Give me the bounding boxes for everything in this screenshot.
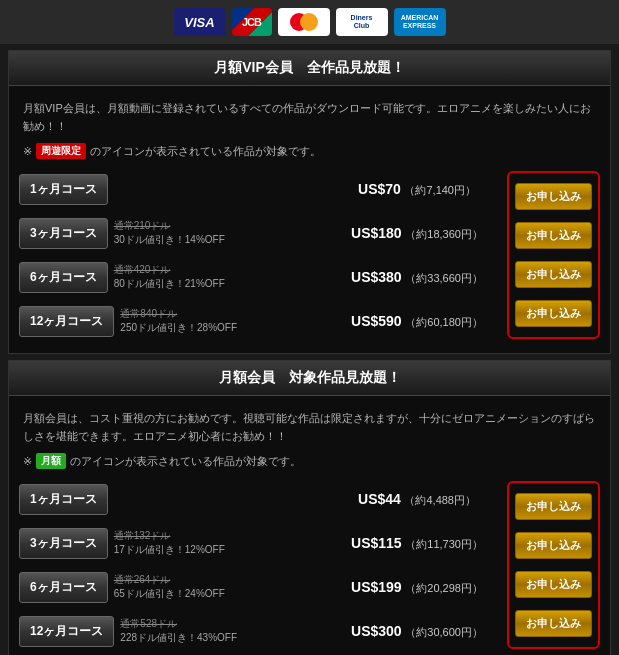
jcb-logo: JCB: [232, 8, 272, 36]
monthly-apply-button-3m[interactable]: お申し込み: [515, 532, 592, 559]
vip-apply-button-6m[interactable]: お申し込み: [515, 261, 592, 288]
vip-plan-discount-3m: 通常210ドル 30ドル値引き！14%OFF: [114, 219, 331, 247]
mastercard-logo: [278, 8, 330, 36]
vip-plan-row-12m: 12ヶ月コース 通常840ドル 250ドル値引き！28%OFF US$590 （…: [19, 303, 497, 339]
vip-plans-container: 1ヶ月コース US$70 （約7,140円） 3ヶ月コース 通常210ドル 30…: [9, 167, 610, 343]
monthly-plan-label-1m: 1ヶ月コース: [19, 484, 108, 515]
vip-plan-price-3m: US$180 （約18,360円）: [337, 225, 497, 242]
monthly-badge: 月額: [36, 453, 66, 469]
vip-apply-button-12m[interactable]: お申し込み: [515, 300, 592, 327]
vip-plan-label-12m: 12ヶ月コース: [19, 306, 114, 337]
monthly-apply-button-6m[interactable]: お申し込み: [515, 571, 592, 598]
monthly-plans-list: 1ヶ月コース US$44 （約4,488円） 3ヶ月コース 通常132ドル 17…: [19, 481, 497, 649]
vip-plan-label-1m: 1ヶ月コース: [19, 174, 108, 205]
monthly-plan-discount-12m: 通常528ドル 228ドル値引き！43%OFF: [120, 617, 331, 645]
vip-plan-label-3m: 3ヶ月コース: [19, 218, 108, 249]
visa-logo: VISA: [174, 8, 226, 36]
vip-apply-buttons-group: お申し込み お申し込み お申し込み お申し込み: [507, 171, 600, 339]
vip-plan-price-6m: US$380 （約33,660円）: [337, 269, 497, 286]
monthly-plan-label-3m: 3ヶ月コース: [19, 528, 108, 559]
monthly-badge-note: ※ 月額 のアイコンが表示されている作品が対象です。: [9, 451, 610, 477]
monthly-plan-row-6m: 6ヶ月コース 通常264ドル 65ドル値引き！24%OFF US$199 （約2…: [19, 569, 497, 605]
monthly-plan-label-12m: 12ヶ月コース: [19, 616, 114, 647]
vip-plan-discount-6m: 通常420ドル 80ドル値引き！21%OFF: [114, 263, 331, 291]
monthly-section: 月額会員 対象作品見放題！ 月額会員は、コスト重視の方にお勧めです。視聴可能な作…: [8, 360, 611, 655]
vip-plan-price-12m: US$590 （約60,180円）: [337, 313, 497, 330]
monthly-apply-buttons-group: お申し込み お申し込み お申し込み お申し込み: [507, 481, 600, 649]
vip-plan-label-6m: 6ヶ月コース: [19, 262, 108, 293]
monthly-plan-discount-3m: 通常132ドル 17ドル値引き！12%OFF: [114, 529, 331, 557]
payment-logos-bar: VISA JCB DinersClub AMERICANEXPRESS: [0, 0, 619, 44]
monthly-plan-price-3m: US$115 （約11,730円）: [337, 535, 497, 552]
monthly-plan-row-3m: 3ヶ月コース 通常132ドル 17ドル値引き！12%OFF US$115 （約1…: [19, 525, 497, 561]
vip-section: 月額VIP会員 全作品見放題！ 月額VIP会員は、月額動画に登録されているすべて…: [8, 50, 611, 354]
monthly-plan-discount-6m: 通常264ドル 65ドル値引き！24%OFF: [114, 573, 331, 601]
monthly-apply-button-12m[interactable]: お申し込み: [515, 610, 592, 637]
vip-apply-button-3m[interactable]: お申し込み: [515, 222, 592, 249]
vip-plan-price-1m: US$70 （約7,140円）: [337, 181, 497, 198]
diners-logo: DinersClub: [336, 8, 388, 36]
vip-plan-row-3m: 3ヶ月コース 通常210ドル 30ドル値引き！14%OFF US$180 （約1…: [19, 215, 497, 251]
monthly-plan-price-6m: US$199 （約20,298円）: [337, 579, 497, 596]
monthly-plan-price-12m: US$300 （約30,600円）: [337, 623, 497, 640]
monthly-plan-row-12m: 12ヶ月コース 通常528ドル 228ドル値引き！43%OFF US$300 （…: [19, 613, 497, 649]
vip-plans-list: 1ヶ月コース US$70 （約7,140円） 3ヶ月コース 通常210ドル 30…: [19, 171, 497, 339]
monthly-section-title: 月額会員 対象作品見放題！: [9, 361, 610, 396]
vip-section-title: 月額VIP会員 全作品見放題！: [9, 51, 610, 86]
monthly-apply-button-1m[interactable]: お申し込み: [515, 493, 592, 520]
vip-apply-button-1m[interactable]: お申し込み: [515, 183, 592, 210]
vip-plan-row-1m: 1ヶ月コース US$70 （約7,140円）: [19, 171, 497, 207]
vip-section-desc: 月額VIP会員は、月額動画に登録されているすべての作品がダウンロード可能です。エ…: [9, 96, 610, 141]
monthly-plans-container: 1ヶ月コース US$44 （約4,488円） 3ヶ月コース 通常132ドル 17…: [9, 477, 610, 653]
vip-badge-note: ※ 周遊限定 のアイコンが表示されている作品が対象です。: [9, 141, 610, 167]
monthly-plan-label-6m: 6ヶ月コース: [19, 572, 108, 603]
monthly-plan-price-1m: US$44 （約4,488円）: [337, 491, 497, 508]
monthly-plan-row-1m: 1ヶ月コース US$44 （約4,488円）: [19, 481, 497, 517]
amex-logo: AMERICANEXPRESS: [394, 8, 446, 36]
monthly-section-desc: 月額会員は、コスト重視の方にお勧めです。視聴可能な作品は限定されますが、十分にゼ…: [9, 406, 610, 451]
vip-plan-row-6m: 6ヶ月コース 通常420ドル 80ドル値引き！21%OFF US$380 （約3…: [19, 259, 497, 295]
vip-plan-discount-12m: 通常840ドル 250ドル値引き！28%OFF: [120, 307, 331, 335]
vip-badge: 周遊限定: [36, 143, 86, 159]
